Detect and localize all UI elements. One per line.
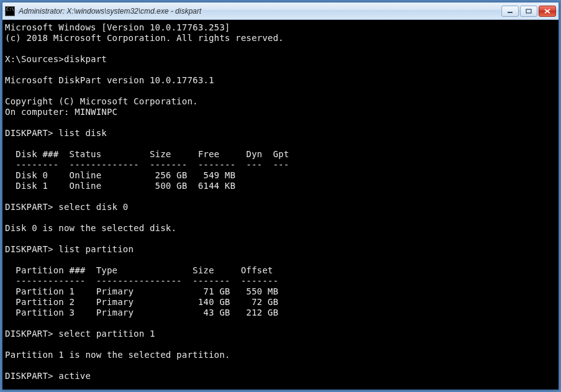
partition-row-0: Partition 1 Primary 71 GB 550 MB	[5, 286, 278, 296]
partition-row-2: Partition 3 Primary 43 GB 212 GB	[5, 308, 278, 317]
os-version-line: Microsoft Windows [Version 10.0.17763.25…	[5, 22, 230, 32]
command-select-partition: DISKPART> select partition 1	[5, 329, 155, 339]
partition-table-header: Partition ### Type Size Offset	[5, 265, 273, 275]
maximize-button[interactable]	[520, 6, 537, 17]
titlebar[interactable]: Administrator: X:\windows\system32\cmd.e…	[2, 2, 559, 20]
minimize-icon	[507, 9, 513, 14]
close-icon	[544, 9, 550, 14]
command-list-partition: DISKPART> list partition	[5, 244, 134, 254]
shell-prompt-diskpart: X:\Sources>diskpart	[5, 54, 107, 64]
disk-row-1: Disk 1 Online 500 GB 6144 KB	[5, 181, 235, 191]
svg-rect-1	[526, 9, 531, 13]
maximize-icon	[526, 9, 532, 14]
select-partition-response: Partition 1 is now the selected partitio…	[5, 350, 230, 360]
select-disk-response: Disk 0 is now the selected disk.	[5, 223, 176, 233]
on-computer-line: On computer: MINWINPC	[5, 107, 117, 117]
window-controls	[501, 6, 556, 17]
disk-table-rule: -------- ------------- ------- ------- -…	[5, 160, 289, 170]
command-select-disk: DISKPART> select disk 0	[5, 202, 128, 212]
close-button[interactable]	[539, 6, 556, 17]
partition-row-1: Partition 2 Primary 140 GB 72 GB	[5, 297, 278, 307]
window-title: Administrator: X:\windows\system32\cmd.e…	[19, 7, 501, 16]
os-copyright-line: (c) 2018 Microsoft Corporation. All righ…	[5, 33, 284, 43]
command-active: DISKPART> active	[5, 371, 91, 381]
diskpart-version-line: Microsoft DiskPart version 10.0.17763.1	[5, 75, 214, 85]
cmd-icon	[5, 6, 15, 16]
partition-table-rule: ------------- ---------------- ------- -…	[5, 276, 278, 286]
minimize-button[interactable]	[501, 6, 519, 17]
disk-table-header: Disk ### Status Size Free Dyn Gpt	[5, 149, 289, 159]
disk-row-0: Disk 0 Online 256 GB 549 MB	[5, 170, 235, 180]
terminal-output[interactable]: Microsoft Windows [Version 10.0.17763.25…	[2, 20, 559, 390]
command-list-disk: DISKPART> list disk	[5, 128, 107, 138]
svg-rect-0	[508, 12, 513, 13]
diskpart-copyright-line: Copyright (C) Microsoft Corporation.	[5, 96, 198, 106]
cmd-window: Administrator: X:\windows\system32\cmd.e…	[2, 2, 559, 390]
